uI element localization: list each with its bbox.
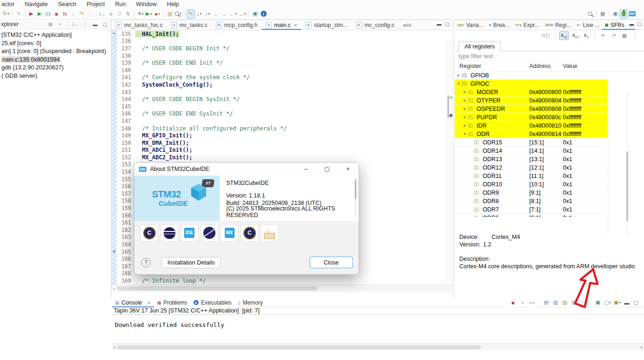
tab-registers[interactable]: 1010Regi...: [542, 20, 574, 30]
open-element-icon[interactable]: ▨: [166, 10, 173, 18]
debug-history-icon[interactable]: ↻▾: [2, 10, 10, 18]
back-nav-icon[interactable]: ←: [212, 10, 220, 18]
console-tab-memory[interactable]: ▯Memory: [235, 298, 266, 307]
line-number[interactable]: 164: [117, 241, 135, 248]
remove-all-launches-icon[interactable]: ××: [528, 299, 535, 307]
line-number[interactable]: 142: [117, 82, 135, 88]
menu-window[interactable]: Window: [131, 1, 162, 7]
line-number[interactable]: 139: [117, 60, 135, 66]
tab-close-icon[interactable]: ×: [294, 22, 297, 28]
line-number[interactable]: 146: [117, 110, 135, 117]
menu-search[interactable]: Search: [53, 1, 82, 7]
step-filters-icon[interactable]: i→: [72, 20, 79, 28]
cpp-perspective-icon[interactable]: ▣: [612, 10, 619, 18]
register-filter-input[interactable]: [458, 53, 632, 61]
debug-tree-item[interactable]: [STM32 C/C++ Application]: [0, 31, 111, 40]
step-return-icon[interactable]: ↑: [86, 10, 94, 18]
cubemx-icon[interactable]: MX: [221, 224, 238, 242]
editor-minimize-icon[interactable]: ▬: [437, 21, 442, 27]
line-number[interactable]: 145: [117, 103, 135, 110]
step-into-icon[interactable]: ↓: [69, 10, 77, 18]
tree-expander-icon[interactable]: ▸: [462, 98, 468, 102]
prev-annotation-icon-caret[interactable]: ▾: [208, 12, 210, 16]
console-hscroll-thumb[interactable]: [117, 345, 481, 349]
console-tab-console[interactable]: ▤Console×: [112, 298, 154, 307]
disconnect-icon[interactable]: N: [61, 10, 69, 18]
line-number[interactable]: 151: [117, 147, 135, 153]
column-value[interactable]: Value: [563, 63, 577, 69]
clear-console-icon[interactable]: ▤: [542, 299, 550, 307]
line-number[interactable]: 147: [117, 118, 135, 124]
line-number[interactable]: 168: [117, 270, 135, 277]
tab-breakpoints[interactable]: ●Brea...: [486, 20, 512, 30]
display-console-icon-caret[interactable]: ▾: [609, 301, 611, 305]
view-maximize-icon[interactable]: ▢: [637, 21, 642, 27]
overview-ruler[interactable]: [446, 41, 452, 285]
line-number[interactable]: 156: [117, 183, 135, 190]
tab-variables[interactable]: (x)=Varia...: [455, 20, 486, 30]
tab-close-icon[interactable]: ×: [148, 300, 151, 306]
line-number[interactable]: 162: [117, 227, 135, 233]
cdt-icon-2[interactable]: C: [241, 224, 258, 242]
code-text[interactable]: MX_GPIO_Init();: [135, 132, 193, 139]
editor-hscroll-thumb[interactable]: [117, 286, 318, 291]
open-new-window-icon[interactable]: ▣: [251, 10, 259, 18]
next-annotation-icon[interactable]: ↓▾: [195, 10, 203, 18]
terminate-console-icon[interactable]: ■: [509, 299, 517, 307]
line-number[interactable]: 143: [117, 89, 135, 95]
bin-format-button[interactable]: x2: [582, 32, 590, 40]
dec-format-button[interactable]: x10: [571, 32, 580, 40]
scroll-left-arrow-icon[interactable]: ◂: [113, 345, 115, 349]
tree-expander-icon[interactable]: ▸: [462, 123, 468, 128]
step-over-icon[interactable]: ↷: [78, 10, 85, 18]
view-minimize-icon[interactable]: ▬: [630, 21, 634, 27]
line-number[interactable]: 136: [117, 38, 135, 44]
menu-project[interactable]: Project: [82, 1, 110, 7]
line-number[interactable]: 165: [117, 249, 135, 255]
register-row-odr13[interactable]: 10101010ODR13[13:1]0x1: [455, 155, 608, 163]
code-text[interactable]: MX_DMA_Init();: [135, 140, 189, 146]
line-number[interactable]: 158: [117, 197, 135, 204]
hex-format-button[interactable]: x16: [560, 32, 569, 40]
tree-expander-icon[interactable]: ▸: [462, 107, 468, 111]
register-row-odr15[interactable]: 10101010ODR15[15:1]0x1: [455, 138, 608, 147]
minimize-icon[interactable]: ▬: [91, 20, 99, 28]
line-number[interactable]: 149: [117, 132, 135, 139]
editor-maximize-icon[interactable]: ▢: [445, 21, 450, 27]
eclipse-icon[interactable]: [160, 224, 178, 242]
save-registers-icon[interactable]: ▦: [621, 32, 628, 40]
line-number[interactable]: 169: [117, 278, 135, 284]
console-tab-problems[interactable]: ▦Problems: [154, 298, 190, 307]
menu-actor[interactable]: actor: [0, 1, 20, 7]
open-console-icon-caret[interactable]: ▾: [619, 301, 621, 305]
debug-tree-item[interactable]: ain] 1 [core: 0] (Suspended : Breakpoint…: [0, 48, 111, 56]
code-text[interactable]: MX_ADC1_Init();: [135, 147, 193, 153]
editor-tab-mcp_configh[interactable]: hmcp_config.h: [212, 20, 262, 30]
instruction-stepping-icon[interactable]: ≡: [107, 10, 115, 18]
line-number[interactable]: 166: [117, 256, 135, 262]
dialog-info-scrollbar[interactable]: [354, 179, 357, 217]
debug-tree-item[interactable]: ( GDB server): [0, 72, 111, 81]
toggle-highlight-icon[interactable]: ✎: [187, 10, 194, 18]
code-text[interactable]: /* Configure the system clock */: [135, 74, 250, 81]
debug-history-icon-caret[interactable]: ▾: [7, 12, 9, 16]
register-row-odr12[interactable]: 10101010ODR12[12:1]0x1: [455, 163, 608, 172]
external-tools-icon[interactable]: ●▾: [153, 10, 161, 18]
editor-tab-startup_stm[interactable]: sstartup_stm...: [301, 20, 352, 30]
editor-tab-mainc[interactable]: cmain.c×: [262, 20, 301, 30]
platform-icon[interactable]: [201, 224, 218, 242]
info-icon[interactable]: i: [260, 10, 267, 18]
run-icon-caret[interactable]: ▾: [150, 12, 152, 16]
search-toolbar-icon-caret[interactable]: ▾: [180, 12, 181, 16]
code-text[interactable]: /* Initialize all configured peripherals…: [135, 125, 287, 132]
view-menu-icon[interactable]: ⋮: [82, 20, 89, 28]
display-console-icon[interactable]: ▢▾: [603, 299, 611, 307]
register-row-gpioc[interactable]: ▾10101010GPIOC: [455, 80, 608, 88]
read-indicator[interactable]: RD: [541, 32, 550, 40]
prev-annotation-icon[interactable]: ↑▾: [204, 10, 211, 18]
line-number[interactable]: 150: [117, 140, 135, 146]
scroll-right-arrow-icon[interactable]: ▸: [641, 345, 643, 349]
register-row-otyper[interactable]: ▸10101010OTYPER0x480008040xffffffff: [455, 96, 608, 105]
line-number[interactable]: 144: [117, 96, 135, 102]
all-registers-tab[interactable]: All registers: [458, 41, 501, 52]
